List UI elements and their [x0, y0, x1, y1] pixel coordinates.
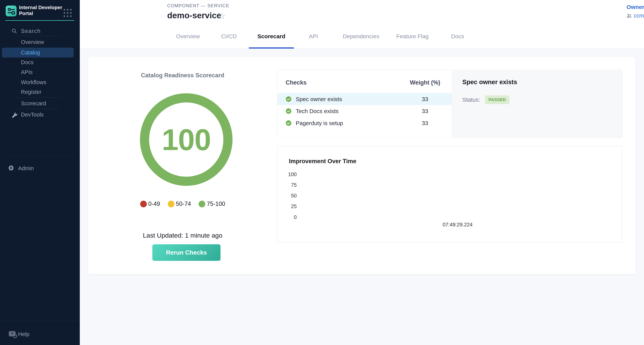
sidebar-item-scorecard[interactable]: Scorecard — [2, 98, 74, 108]
portal-logo-icon — [6, 6, 16, 16]
sidebar-search[interactable]: Search — [0, 27, 80, 36]
checks-panel-row: Checks Weight (%) Spec owner exists 33 — [277, 70, 622, 138]
entity-header: COMPONENT — SERVICE demo-service ☆ Owner… — [80, 0, 644, 48]
wrench-icon — [12, 112, 18, 122]
score-legend: 0-49 50-74 75-100 — [88, 200, 277, 207]
divider — [16, 109, 60, 109]
divider — [16, 98, 60, 98]
sidebar-item-overview[interactable]: Overview — [2, 37, 74, 47]
check-passed-icon — [286, 108, 292, 114]
page-title: demo-service — [167, 11, 221, 20]
portal-title: Internal Developer Portal — [19, 4, 63, 16]
check-detail-panel: Spec owner exists Status: PASSED — [452, 70, 622, 138]
score-gauge: 100 — [140, 93, 233, 186]
y-axis-tick: 75 — [278, 182, 297, 188]
tab-dependencies[interactable]: Dependencies — [343, 33, 379, 41]
owner-label: Owner — [626, 4, 644, 10]
check-passed-icon — [286, 96, 292, 102]
sidebar-item-help[interactable]: ? Help — [0, 329, 80, 339]
check-row-spec-owner[interactable]: Spec owner exists 33 — [278, 93, 452, 105]
sidebar: Internal Developer Portal Search Overvie… — [0, 0, 80, 345]
checks-column-header: Checks — [286, 79, 306, 86]
legend-dot-green — [198, 201, 205, 207]
score-value: 100 — [140, 93, 233, 186]
legend-item-high: 75-100 — [198, 200, 225, 207]
sidebar-item-catalog[interactable]: Catalog — [2, 48, 74, 58]
legend-item-low: 0-49 — [140, 200, 160, 207]
y-axis-tick: 25 — [278, 203, 297, 210]
divider — [16, 36, 60, 36]
y-axis-tick: 0 — [278, 214, 297, 220]
x-axis-tick: 07:49:29.224 — [437, 222, 478, 228]
divider — [5, 155, 74, 156]
check-row-tech-docs[interactable]: Tech Docs exists 33 — [278, 105, 452, 117]
gear-icon: ⚙ — [8, 163, 14, 173]
legend-dot-red — [140, 201, 147, 207]
weight-column-header: Weight (%) — [409, 79, 441, 86]
breadcrumb: COMPONENT — SERVICE — [167, 3, 229, 8]
sidebar-item-admin[interactable]: ⚙ Admin — [0, 163, 80, 173]
legend-item-mid: 50-74 — [168, 200, 191, 207]
tab-overview[interactable]: Overview — [176, 33, 200, 41]
tab-cicd[interactable]: CI/CD — [221, 33, 237, 41]
y-axis-tick: 50 — [278, 193, 297, 199]
favorite-star-icon[interactable]: ☆ — [218, 11, 226, 21]
chart-title: Improvement Over Time — [289, 158, 356, 165]
scorecard-content: Catalog Readiness Scorecard 100 0-49 50-… — [80, 49, 644, 345]
tab-api[interactable]: API — [309, 33, 318, 41]
sidebar-item-docs[interactable]: Docs — [2, 57, 74, 67]
tab-feature-flag[interactable]: Feature Flag — [396, 33, 429, 41]
sidebar-item-register[interactable]: Register — [2, 87, 74, 97]
sidebar-item-workflows[interactable]: Workflows — [2, 77, 74, 87]
users-icon — [626, 14, 632, 18]
tab-scorecard[interactable]: Scorecard — [258, 33, 286, 41]
check-detail-title: Spec owner exists — [462, 78, 517, 86]
app-launcher-icon[interactable] — [64, 9, 72, 17]
improvement-chart: Improvement Over Time 100 75 50 25 0 07:… — [277, 146, 622, 242]
divider — [0, 321, 80, 321]
rerun-checks-button[interactable]: Rerun Checks — [152, 244, 220, 261]
help-icon: ? — [9, 331, 16, 336]
scorecard-title: Catalog Readiness Scorecard — [88, 72, 277, 79]
last-updated-text: Last Updated: 1 minute ago — [88, 232, 277, 239]
sidebar-search-label: Search — [21, 28, 41, 34]
sidebar-item-apis[interactable]: APIs — [2, 67, 74, 77]
status-badge: PASSED — [485, 96, 509, 104]
check-passed-icon — [286, 120, 292, 126]
status-label: Status: — [462, 96, 480, 103]
check-row-pagerduty[interactable]: Pagerduty is setup 33 — [278, 117, 452, 129]
tab-docs[interactable]: Docs — [451, 33, 464, 41]
owner-block: Owner ccmplayacc — [626, 4, 644, 19]
y-axis-tick: 100 — [278, 171, 297, 178]
checks-table: Checks Weight (%) Spec owner exists 33 — [278, 70, 452, 138]
search-icon — [12, 28, 17, 34]
sidebar-item-devtools[interactable]: DevTools — [2, 110, 74, 120]
legend-dot-yellow — [168, 201, 174, 207]
sidebar-accent-divider — [5, 20, 74, 21]
scorecard-card: Catalog Readiness Scorecard 100 0-49 50-… — [88, 57, 636, 274]
owner-value-link[interactable]: ccmplayacc — [634, 12, 644, 19]
